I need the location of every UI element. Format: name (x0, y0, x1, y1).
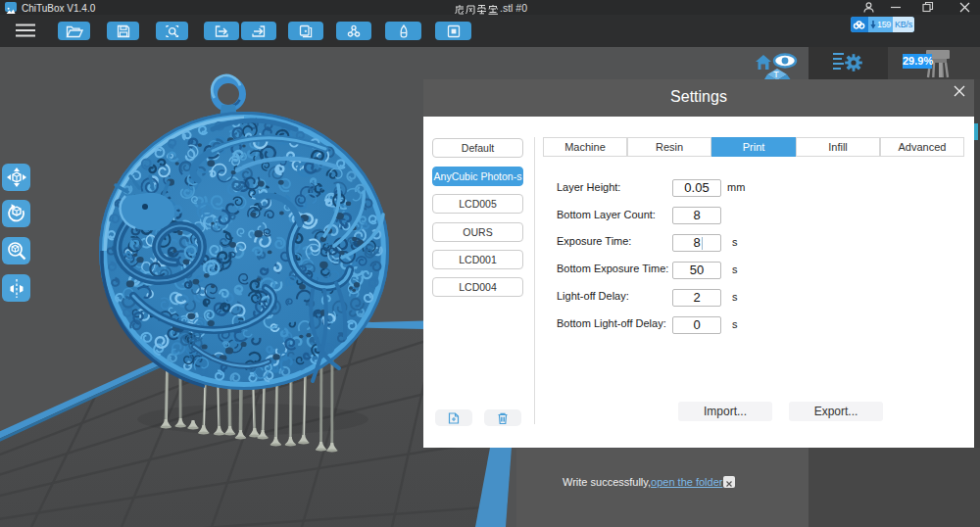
svg-text:T: T (773, 70, 779, 79)
